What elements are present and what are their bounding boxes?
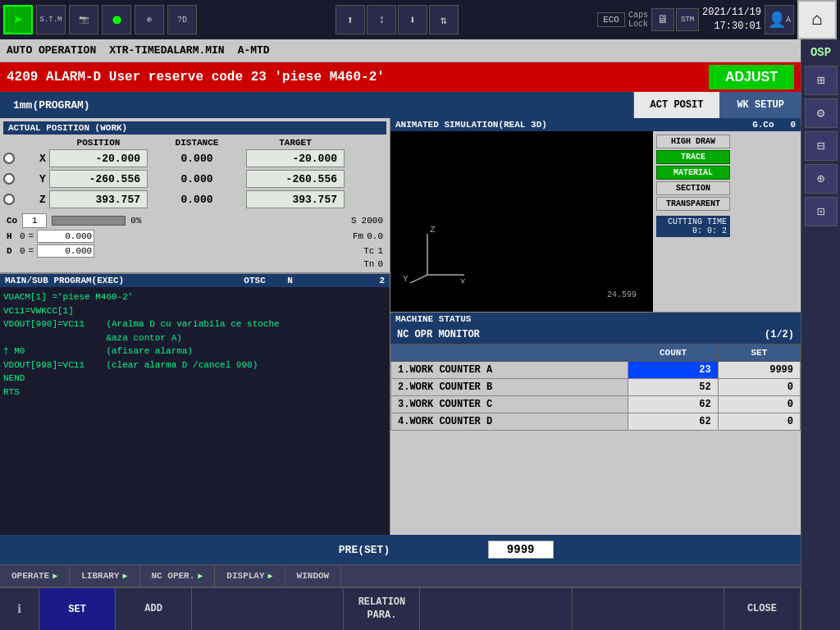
z-position: 393.757	[49, 190, 148, 208]
z-target: 393.757	[246, 190, 345, 208]
set-button[interactable]: SET	[39, 588, 116, 630]
osp-label: OSP	[810, 43, 831, 62]
nc-col-label	[391, 345, 628, 362]
prog-line-6: VDOUT[998]=VC11 (clear alarma D /cancel …	[3, 358, 386, 372]
counter-b-count: 52	[628, 379, 718, 396]
s-label: S	[351, 216, 357, 226]
spacer-3	[573, 588, 724, 630]
close-button[interactable]: CLOSE	[724, 588, 801, 630]
machine-status-bar: MACHINE STATUS	[390, 313, 801, 326]
stm-icon-right[interactable]: STM	[676, 8, 699, 31]
x-distance: 0.000	[148, 153, 246, 165]
high-draw-btn[interactable]: HIGH DRAW	[656, 135, 730, 148]
svg-line-4	[407, 275, 427, 283]
preset-bar: PRE(SET) 9999	[0, 535, 801, 564]
library-arrow: ▶	[122, 571, 127, 581]
operate-arrow: ▶	[52, 571, 57, 581]
nc-header: NC OPR MONITOR (1/2)	[390, 326, 801, 344]
svg-text:Z: Z	[430, 226, 436, 235]
pos-header-distance: DISTANCE	[148, 138, 246, 148]
co-label: Co	[7, 216, 17, 226]
sidebar-icon-2[interactable]: ⚙	[805, 98, 838, 128]
h-zero: 0	[20, 231, 25, 241]
prog-line-9: RTS	[3, 386, 386, 399]
info-button[interactable]: ℹ	[0, 588, 39, 630]
left-panel: ACTUAL POSITION (WORK) POSITION DISTANCE…	[0, 118, 390, 535]
menu-window[interactable]: WINDOW	[285, 565, 342, 587]
gco-label: G.Co	[752, 120, 774, 130]
counter-d-label: 4.WORK COUNTER D	[391, 413, 628, 431]
monitor-icon[interactable]: 🖥	[651, 8, 674, 31]
counter-c-set: 0	[718, 396, 800, 413]
program-header: MAIN/SUB PROGRAM(EXEC) OTSC N 2	[0, 274, 390, 287]
eco-badge: ECO	[597, 12, 625, 27]
nc-monitor-wrapper: MACHINE STATUS NC OPR MONITOR (1/2)	[390, 313, 801, 535]
sidebar-icon-3[interactable]: ⊟	[805, 131, 838, 161]
qd-label[interactable]: ?D	[167, 5, 197, 34]
counter-b-set: 0	[718, 379, 800, 396]
section-btn[interactable]: SECTION	[656, 181, 730, 195]
svg-text:Y: Y	[403, 274, 409, 283]
menu-library[interactable]: LIBRARY ▶	[70, 565, 139, 587]
z-radio[interactable]	[3, 194, 15, 205]
y-radio[interactable]	[3, 173, 15, 185]
nc-monitor: NC OPR MONITOR (1/2) COUNT SET	[390, 326, 801, 535]
prog-line-4: &aza contor A)	[3, 331, 386, 345]
cutting-time: CUTTING TIME 0: 0: 2	[656, 216, 730, 237]
display-arrow: ▶	[268, 571, 273, 581]
record-icon[interactable]: ⬤	[102, 5, 131, 34]
relation-para-button[interactable]: RELATION PARA.	[344, 588, 420, 630]
transparent-btn[interactable]: TRANSPARENT	[656, 197, 730, 211]
spacer-2	[420, 588, 572, 630]
trace-btn[interactable]: TRACE	[656, 150, 730, 164]
menu-nc-oper[interactable]: NC OPER. ▶	[140, 565, 216, 587]
counter-c-label: 3.WORK COUNTER C	[391, 396, 628, 413]
user-icon[interactable]: 👤A	[765, 5, 794, 34]
bottom-buttons: ℹ SET ADD RELATION PARA. CLOSE	[0, 587, 801, 630]
nc-table: COUNT SET 1.WORK COUNTER A 23 9999	[390, 344, 801, 431]
alarm-bar: 4209 ALARM-D User reserve code 23 'piese…	[0, 62, 801, 92]
tn-label: Tn	[363, 259, 374, 269]
tool-icon-1[interactable]: ⬆	[336, 5, 365, 34]
y-target: -260.556	[246, 170, 345, 188]
tc-value: 1	[377, 246, 383, 256]
program-title: MAIN/SUB PROGRAM(EXEC)	[5, 276, 124, 285]
tab-wk-setup[interactable]: WK SETUP	[719, 92, 801, 118]
adjust-button[interactable]: ADJUST	[709, 65, 794, 89]
info-icon: ℹ	[17, 602, 21, 616]
z-axis-label: Z	[33, 194, 49, 206]
nc-page: (1/2)	[765, 329, 794, 340]
x-target: -20.000	[246, 149, 345, 167]
sidebar-icon-5[interactable]: ⊡	[805, 197, 838, 226]
spacer-1	[192, 588, 344, 630]
table-row: 1.WORK COUNTER A 23 9999	[391, 362, 801, 379]
progress-bar	[52, 216, 126, 226]
menu-operate[interactable]: OPERATE ▶	[0, 565, 70, 587]
tab-act-posit[interactable]: ACT POSIT	[633, 92, 720, 118]
tool-icon-3[interactable]: ⬇	[398, 5, 427, 34]
stm-btn[interactable]: S.T.M	[36, 5, 66, 34]
home-button[interactable]: ⌂	[797, 0, 837, 39]
camera-icon[interactable]: 📷	[69, 5, 98, 34]
sim-buttons: HIGH DRAW TRACE MATERIAL SECTION TRANSPA…	[653, 131, 733, 312]
cross-icon[interactable]: ⊕	[135, 5, 164, 34]
x-radio[interactable]	[3, 153, 15, 164]
material-btn[interactable]: MATERIAL	[656, 166, 730, 180]
pos-header-target: TARGET	[246, 138, 345, 148]
arrow-icon[interactable]: ➤	[3, 5, 33, 34]
menu-display[interactable]: DISPLAY ▶	[215, 565, 285, 587]
tool-icon-2[interactable]: ↕	[367, 5, 396, 34]
sim-header: ANIMATED SIMULATION(REAL 3D) G.Co 0	[390, 118, 801, 131]
status-bar: AUTO OPERATION XTR-TIMEDALARM.MIN A-MTD	[0, 39, 801, 62]
line-count: 2	[379, 276, 385, 285]
sidebar-icon-1[interactable]: ⊞	[805, 66, 838, 95]
counter-a-label: 1.WORK COUNTER A	[391, 362, 628, 379]
sidebar-icon-4[interactable]: ⊕	[805, 164, 838, 194]
n-label: N	[287, 276, 293, 285]
tn-value: 0	[377, 259, 383, 269]
tool-icon-4[interactable]: ⇅	[429, 5, 459, 34]
coord-label: 24.599	[607, 290, 637, 299]
z-distance: 0.000	[148, 194, 246, 206]
right-panel: ANIMATED SIMULATION(REAL 3D) G.Co 0	[390, 118, 801, 535]
add-button[interactable]: ADD	[116, 588, 192, 630]
